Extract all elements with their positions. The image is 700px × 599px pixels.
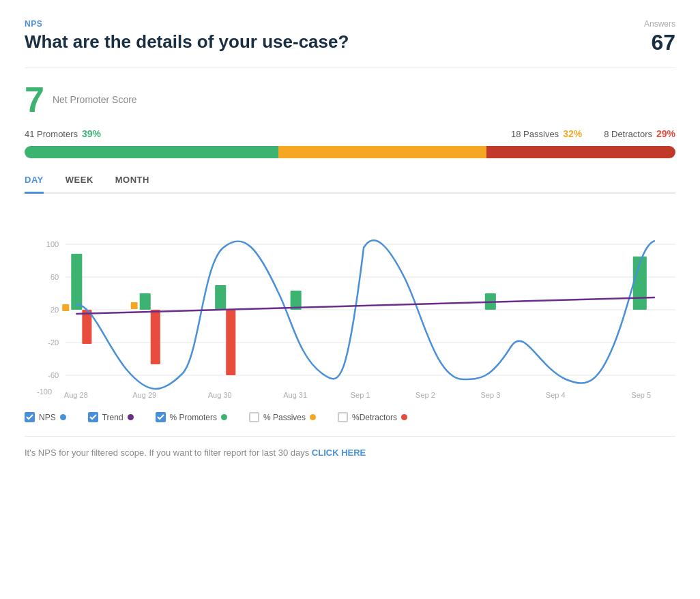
svg-text:100: 100 bbox=[46, 240, 59, 248]
svg-rect-21 bbox=[140, 293, 151, 310]
svg-text:Aug 30: Aug 30 bbox=[208, 391, 232, 399]
legend-promoters: % Promoters bbox=[156, 412, 227, 422]
nps-label: NPS bbox=[25, 19, 349, 29]
header-divider bbox=[25, 68, 675, 68]
legend-detractors-dot bbox=[401, 414, 407, 420]
tab-day[interactable]: DAY bbox=[25, 175, 44, 194]
legend-nps-label: NPS bbox=[39, 413, 56, 422]
header-right: Answers 67 bbox=[644, 19, 675, 55]
metrics-row: 41 Promoters 39% 18 Passives 32% 8 Detra… bbox=[25, 128, 675, 139]
legend-trend-label: Trend bbox=[102, 413, 123, 422]
header: NPS What are the details of your use-cas… bbox=[25, 19, 675, 55]
svg-rect-29 bbox=[151, 310, 160, 364]
promoters-pct: 39% bbox=[82, 128, 101, 139]
page-title: What are the details of your use-case? bbox=[25, 31, 349, 53]
metrics-right: 18 Passives 32% 8 Detractors 29% bbox=[511, 128, 675, 139]
svg-text:-20: -20 bbox=[48, 338, 59, 347]
legend-trend: Trend bbox=[88, 412, 134, 422]
click-here-link[interactable]: CLICK HERE bbox=[312, 448, 366, 458]
progress-green bbox=[25, 146, 278, 158]
answers-value: 67 bbox=[644, 30, 675, 55]
tabs-section: DAY WEEK MONTH 100 60 20 -20 bbox=[25, 175, 675, 422]
progress-red bbox=[486, 146, 675, 158]
header-left: NPS What are the details of your use-cas… bbox=[25, 19, 349, 53]
promoters-count: 41 Promoters bbox=[25, 129, 78, 139]
svg-rect-30 bbox=[226, 310, 235, 375]
legend-row: NPS Trend % Promoters bbox=[25, 412, 675, 422]
detractors-pct: 29% bbox=[656, 128, 675, 139]
svg-rect-22 bbox=[215, 285, 226, 310]
answers-label: Answers bbox=[644, 19, 675, 29]
legend-passives: % Passives bbox=[249, 412, 316, 422]
chart-svg: 100 60 20 -20 -60 -100 Aug 28 Aug 29 Aug… bbox=[25, 210, 675, 401]
legend-detractors-checkbox[interactable] bbox=[338, 412, 348, 422]
footer-divider bbox=[25, 436, 675, 437]
svg-rect-27 bbox=[131, 302, 138, 309]
nps-number: 7 bbox=[25, 82, 44, 117]
svg-text:-60: -60 bbox=[48, 371, 59, 379]
svg-line-31 bbox=[76, 297, 655, 314]
chart-area: 100 60 20 -20 -60 -100 Aug 28 Aug 29 Aug… bbox=[25, 210, 675, 401]
svg-text:Sep 5: Sep 5 bbox=[631, 391, 651, 399]
svg-rect-20 bbox=[71, 254, 82, 310]
legend-promoters-checkbox[interactable] bbox=[156, 412, 166, 422]
legend-passives-checkbox[interactable] bbox=[249, 412, 259, 422]
footer-text: It's NPS for your filtered scope. If you… bbox=[25, 448, 675, 458]
legend-promoters-label: % Promoters bbox=[170, 413, 217, 422]
svg-text:60: 60 bbox=[50, 273, 59, 281]
legend-detractors-label: %Detractors bbox=[352, 413, 397, 422]
tabs-container: DAY WEEK MONTH bbox=[25, 175, 675, 194]
svg-text:Aug 29: Aug 29 bbox=[132, 391, 156, 399]
legend-nps-dot bbox=[60, 414, 66, 420]
promoters-group: 41 Promoters 39% bbox=[25, 128, 101, 139]
legend-passives-label: % Passives bbox=[263, 413, 306, 422]
svg-text:Sep 4: Sep 4 bbox=[546, 391, 566, 399]
svg-text:Aug 31: Aug 31 bbox=[283, 391, 307, 399]
legend-nps: NPS bbox=[25, 412, 66, 422]
legend-trend-dot bbox=[128, 414, 134, 420]
svg-text:-100: -100 bbox=[37, 388, 52, 396]
tab-week[interactable]: WEEK bbox=[65, 175, 93, 194]
progress-orange bbox=[278, 146, 486, 158]
legend-promoters-dot bbox=[221, 414, 227, 420]
detractors-group: 8 Detractors 29% bbox=[604, 128, 675, 139]
net-promoter-label: Net Promoter Score bbox=[53, 94, 137, 105]
passives-pct: 32% bbox=[563, 128, 582, 139]
legend-passives-dot bbox=[310, 414, 316, 420]
svg-text:Aug 28: Aug 28 bbox=[64, 391, 88, 399]
svg-text:Sep 3: Sep 3 bbox=[480, 391, 500, 399]
svg-text:Sep 1: Sep 1 bbox=[351, 391, 370, 399]
progress-bar bbox=[25, 146, 675, 158]
legend-detractors: %Detractors bbox=[338, 412, 407, 422]
score-section: 7 Net Promoter Score 41 Promoters 39% 18… bbox=[25, 82, 675, 158]
legend-nps-checkbox[interactable] bbox=[25, 412, 35, 422]
svg-text:20: 20 bbox=[50, 306, 59, 314]
passives-count: 18 Passives bbox=[511, 129, 559, 139]
detractors-count: 8 Detractors bbox=[604, 129, 652, 139]
tab-month[interactable]: MONTH bbox=[115, 175, 149, 194]
passives-group: 18 Passives 32% bbox=[511, 128, 582, 139]
svg-rect-26 bbox=[62, 304, 69, 311]
nps-score-row: 7 Net Promoter Score bbox=[25, 82, 675, 117]
legend-trend-checkbox[interactable] bbox=[88, 412, 98, 422]
svg-text:Sep 2: Sep 2 bbox=[415, 391, 435, 399]
footer-description: It's NPS for your filtered scope. If you… bbox=[25, 448, 312, 458]
